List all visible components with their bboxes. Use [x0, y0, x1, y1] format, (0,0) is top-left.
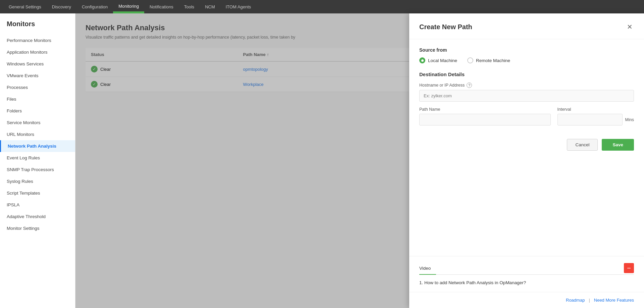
hostname-input[interactable]: [419, 90, 634, 102]
path-name-label: Path Name: [419, 107, 551, 112]
sidebar-item-script-templates[interactable]: Script Templates: [0, 187, 75, 199]
mins-label: Mins: [625, 117, 634, 122]
sidebar-item-url-monitors[interactable]: URL Monitors: [0, 129, 75, 140]
sidebar-item-vmware-events[interactable]: VMware Events: [0, 70, 75, 82]
modal-footer-buttons: Cancel Save: [419, 132, 634, 157]
path-name-input[interactable]: [419, 114, 551, 125]
hostname-label: Hostname or IP Address ?: [419, 83, 634, 88]
nav-monitoring[interactable]: Monitoring: [113, 0, 144, 13]
sidebar-item-windows-services[interactable]: Windows Services: [0, 58, 75, 70]
sidebar-item-adaptive-threshold[interactable]: Adaptive Threshold: [0, 211, 75, 222]
local-machine-radio[interactable]: [419, 57, 425, 63]
path-interval-row: Path Name Interval Mins: [419, 107, 634, 125]
sidebar-title: Monitors: [0, 20, 75, 35]
modal-body: Source from Local Machine Remote Machine…: [409, 39, 644, 256]
need-more-features-link[interactable]: Need More Features: [594, 298, 634, 303]
sidebar: Monitors Performance Monitors Applicatio…: [0, 13, 75, 308]
local-machine-option[interactable]: Local Machine: [419, 57, 457, 63]
roadmap-link[interactable]: Roadmap: [566, 298, 585, 303]
nav-general-settings[interactable]: General Settings: [3, 0, 47, 13]
close-button[interactable]: ✕: [626, 21, 634, 32]
sidebar-item-performance-monitors[interactable]: Performance Monitors: [0, 35, 75, 46]
interval-row: Mins: [557, 114, 634, 125]
destination-title: Destination Details: [419, 71, 634, 77]
sidebar-item-processes[interactable]: Processes: [0, 82, 75, 93]
nav-ncm[interactable]: NCM: [200, 0, 220, 13]
video-tabs: Video: [419, 263, 634, 275]
sidebar-item-network-path-analysis[interactable]: Network Path Analysis: [0, 140, 75, 152]
nav-configuration[interactable]: Configuration: [76, 0, 113, 13]
sidebar-item-service-monitors[interactable]: Service Monitors: [0, 117, 75, 129]
interval-field: Interval Mins: [557, 107, 634, 125]
nav-itom-agents[interactable]: ITOM Agents: [220, 0, 257, 13]
destination-section: Destination Details Hostname or IP Addre…: [419, 71, 634, 125]
cancel-button[interactable]: Cancel: [567, 139, 598, 151]
interval-label: Interval: [557, 107, 634, 112]
sidebar-item-files[interactable]: Files: [0, 93, 75, 105]
video-section: − Video 1. How to add Network Path Analy…: [409, 256, 644, 292]
collapse-button[interactable]: −: [624, 263, 634, 273]
sidebar-item-ipsla[interactable]: IPSLA: [0, 199, 75, 211]
video-item[interactable]: 1. How to add Network Path Analysis in O…: [419, 280, 634, 285]
sidebar-item-snmp-trap-processors[interactable]: SNMP Trap Processors: [0, 164, 75, 175]
nav-notifications[interactable]: Notifications: [144, 0, 179, 13]
help-icon[interactable]: ?: [467, 83, 472, 88]
modal-title: Create New Path: [419, 23, 472, 31]
path-name-field: Path Name: [419, 107, 551, 125]
sidebar-item-folders[interactable]: Folders: [0, 105, 75, 117]
sidebar-item-application-monitors[interactable]: Application Monitors: [0, 46, 75, 58]
bottom-links: Roadmap | Need More Features: [409, 292, 644, 308]
local-machine-label: Local Machine: [428, 58, 457, 63]
create-new-path-modal: Create New Path ✕ Source from Local Mach…: [409, 13, 644, 308]
interval-input[interactable]: [557, 114, 623, 125]
modal-header: Create New Path ✕: [409, 13, 644, 39]
source-from-label: Source from: [419, 47, 634, 53]
top-navigation: General Settings Discovery Configuration…: [0, 0, 644, 13]
nav-tools[interactable]: Tools: [179, 0, 200, 13]
video-tab[interactable]: Video: [419, 263, 436, 275]
remote-machine-label: Remote Machine: [476, 58, 510, 63]
nav-discovery[interactable]: Discovery: [47, 0, 76, 13]
sidebar-item-syslog-rules[interactable]: Syslog Rules: [0, 175, 75, 187]
source-radio-group: Local Machine Remote Machine: [419, 57, 634, 63]
main-layout: Monitors Performance Monitors Applicatio…: [0, 13, 644, 308]
link-separator: |: [589, 298, 590, 303]
sidebar-item-event-log-rules[interactable]: Event Log Rules: [0, 152, 75, 164]
remote-machine-option[interactable]: Remote Machine: [467, 57, 510, 63]
save-button[interactable]: Save: [602, 139, 634, 151]
sidebar-item-monitor-settings[interactable]: Monitor Settings: [0, 222, 75, 234]
remote-machine-radio[interactable]: [467, 57, 473, 63]
